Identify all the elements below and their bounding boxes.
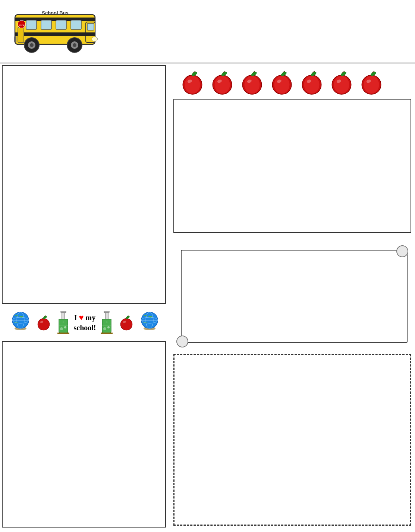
apple-icon-6 xyxy=(328,69,355,95)
love-school-text: I ♥ my school! xyxy=(74,312,96,333)
svg-point-68 xyxy=(106,321,107,323)
apple-icon-5 xyxy=(298,69,325,95)
svg-text:School Bus: School Bus xyxy=(42,10,69,16)
svg-point-34 xyxy=(274,76,289,94)
scroll-box-wrapper xyxy=(173,239,411,350)
svg-rect-5 xyxy=(41,20,51,29)
svg-rect-63 xyxy=(57,333,69,334)
svg-rect-20 xyxy=(14,36,16,42)
svg-point-26 xyxy=(214,76,230,94)
svg-rect-9 xyxy=(18,28,24,43)
banner-apple-icon-2 xyxy=(117,312,136,333)
svg-point-19 xyxy=(73,43,76,47)
svg-rect-6 xyxy=(56,20,66,29)
banner-apple-icon-1 xyxy=(34,312,53,333)
flask-icon-2 xyxy=(98,311,115,334)
apple-icon-4 xyxy=(268,69,295,95)
svg-point-55 xyxy=(38,318,49,330)
bottom-left-box xyxy=(2,341,166,528)
svg-point-66 xyxy=(107,326,110,328)
svg-point-65 xyxy=(103,327,106,330)
svg-point-38 xyxy=(304,76,319,94)
school-bus-container: STOP School Bus xyxy=(4,3,108,59)
apple-icon-7 xyxy=(358,69,385,95)
svg-point-22 xyxy=(185,76,200,94)
svg-point-30 xyxy=(244,76,260,94)
svg-point-46 xyxy=(364,76,379,94)
svg-rect-4 xyxy=(26,20,37,29)
svg-rect-69 xyxy=(101,333,113,334)
svg-text:STOP: STOP xyxy=(19,24,25,26)
svg-point-60 xyxy=(64,326,66,328)
svg-rect-3 xyxy=(15,32,95,36)
svg-point-42 xyxy=(334,76,349,94)
school-bus-icon: STOP School Bus xyxy=(4,3,101,57)
svg-point-70 xyxy=(120,318,132,330)
flask-icon-1 xyxy=(55,311,72,334)
apple-row xyxy=(175,65,410,99)
svg-rect-67 xyxy=(104,311,109,313)
school-decorative-banner: I ♥ my school! xyxy=(2,306,168,339)
right-top-box xyxy=(173,99,411,233)
left-large-box xyxy=(2,65,166,304)
svg-point-16 xyxy=(30,43,34,47)
svg-point-13 xyxy=(92,37,98,41)
scroll-curl-bottom-left xyxy=(176,336,188,347)
svg-rect-8 xyxy=(87,23,94,30)
scroll-inner-box xyxy=(181,250,408,343)
globe-icon-1 xyxy=(9,309,32,336)
svg-point-62 xyxy=(62,321,64,323)
school-text: school! xyxy=(74,324,96,332)
apple-icon-3 xyxy=(239,69,265,95)
svg-rect-61 xyxy=(61,311,66,313)
dashed-content-box xyxy=(173,354,411,526)
apple-icon-1 xyxy=(179,69,206,95)
globe-icon-2 xyxy=(138,309,161,336)
apple-icon-2 xyxy=(209,69,236,95)
scroll-curl-top-right xyxy=(396,245,408,257)
svg-point-59 xyxy=(60,327,63,330)
i-heart-my-text: I ♥ my xyxy=(74,314,96,322)
top-banner: STOP School Bus xyxy=(0,0,415,63)
svg-rect-7 xyxy=(71,20,81,29)
